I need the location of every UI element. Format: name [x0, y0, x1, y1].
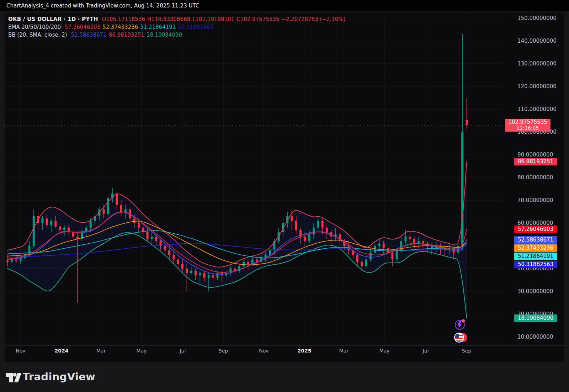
candle-body: [313, 228, 315, 234]
bb-values: 52.5863867186.9819325118.19084090: [71, 32, 184, 38]
lightning-event-icon[interactable]: [455, 319, 465, 330]
candle-body: [321, 221, 324, 228]
price-tick-label: 10.00000000: [517, 334, 553, 340]
candle-body: [181, 264, 184, 269]
time-tick-label: Sep: [462, 348, 471, 354]
time-axis[interactable]: Nov2024MarMayJulSepNov2025MarMayJulSep: [5, 345, 565, 362]
time-tick-label: Nov: [259, 348, 268, 354]
time-tick-label: Mar: [339, 348, 349, 354]
price-tick-label: 30.00000000: [517, 288, 553, 294]
ohlc-value: H114.83308668: [147, 16, 190, 22]
watermark-title: ChartAnalysis_4 created with TradingView…: [0, 0, 569, 11]
candle-body: [247, 262, 249, 264]
ema-indicator-label[interactable]: EMA 20/50/100/200: [8, 24, 61, 30]
candle-body: [195, 271, 197, 275]
candle-body: [164, 246, 166, 250]
ema-value: 57.26046903: [65, 24, 100, 30]
candle-body: [90, 221, 92, 228]
lightning-icon-part: [457, 321, 462, 329]
candle-body: [378, 244, 381, 246]
price-tick-label: 70.00000000: [517, 197, 553, 203]
candle-body: [409, 237, 411, 239]
price-tick-label: 130.00000000: [517, 61, 557, 67]
candle-body: [72, 232, 74, 237]
us-flag-event-icon[interactable]: [454, 333, 467, 342]
candle-body: [172, 255, 175, 260]
candlestick-chart[interactable]: [5, 12, 565, 362]
candle-body: [208, 275, 210, 277]
candle-body: [356, 255, 358, 262]
candle-body: [396, 250, 398, 260]
candle-body: [41, 218, 43, 223]
price-tick-label: 60.00000000: [517, 220, 553, 226]
candle-body: [304, 237, 306, 241]
candle-body: [461, 132, 463, 246]
time-tick-label: Nov: [16, 348, 25, 354]
candle-body: [33, 216, 35, 246]
candle-body: [50, 221, 52, 226]
bar-countdown: 12:36:05: [505, 125, 551, 131]
price-tick-label: 120.00000000: [517, 84, 557, 89]
candle-body: [466, 120, 468, 125]
price-axis[interactable]: 150.00000000140.00000000130.00000000120.…: [502, 12, 564, 351]
ohlc-value: O105.17118536: [102, 16, 145, 22]
candle-body: [212, 275, 214, 277]
bb-value: 18.19084090: [147, 32, 182, 38]
bb-indicator-label[interactable]: BB (20, SMA, close, 2): [8, 32, 67, 38]
candle-body: [243, 262, 245, 266]
candle-body: [133, 218, 135, 223]
candle-body: [151, 237, 153, 239]
candle-body: [138, 223, 140, 228]
candle-body: [291, 216, 293, 221]
candle-body: [216, 273, 218, 278]
ema-value: 51.21864191: [140, 24, 176, 30]
indicator-price-badge: 86.98193251: [514, 158, 557, 165]
footer-bar: TradingView: [0, 362, 569, 392]
candle-body: [295, 221, 297, 230]
time-tick-label: 2024: [55, 348, 69, 354]
candle-body: [361, 262, 363, 266]
candle-body: [107, 198, 109, 214]
lightning-icon-part: [462, 319, 465, 323]
bb-value: 52.58638671: [71, 32, 106, 38]
indicator-price-badge: 57.26046903: [514, 226, 557, 233]
current-price-value: 102.97575535: [505, 119, 551, 125]
tradingview-brand-text[interactable]: TradingView: [23, 371, 95, 383]
time-tick-label: Mar: [96, 348, 106, 354]
indicator-price-badge: 52.37433236: [514, 244, 557, 252]
time-tick-label: May: [379, 348, 390, 354]
candle-body: [46, 218, 48, 225]
candle-body: [147, 232, 149, 239]
candle-body: [317, 221, 319, 228]
ohlc-value: −2.20728783 (−2.10%): [281, 16, 345, 22]
symbol-title[interactable]: OKB / US DOLLAR · 1D · PYTH: [8, 16, 98, 22]
chart-legend: OKB / US DOLLAR · 1D · PYTH O105.1711853…: [8, 15, 350, 39]
candle-body: [15, 259, 17, 260]
ohlc-value: C102.97575535: [236, 16, 279, 22]
legend-bb-row: BB (20, SMA, close, 2) 52.5863867186.981…: [8, 31, 350, 39]
candle-body: [116, 194, 118, 205]
chart-pane[interactable]: OKB / US DOLLAR · 1D · PYTH O105.1711853…: [4, 12, 565, 362]
current-price-badge: 102.9757553512:36:05: [505, 119, 551, 132]
candle-body: [199, 273, 201, 275]
ema-values: 57.2604690352.3743323651.2186419150.3188…: [65, 24, 216, 30]
candle-body: [190, 271, 192, 273]
candle-body: [413, 239, 415, 244]
candle-body: [20, 258, 22, 260]
candle-body: [54, 221, 57, 227]
indicator-price-badge: 50.31882563: [514, 261, 557, 268]
price-tick-label: 80.00000000: [517, 175, 553, 180]
ema-value: 50.31882563: [178, 24, 213, 30]
candle-body: [103, 210, 105, 214]
time-tick-label: Jul: [180, 348, 186, 354]
candle-body: [59, 227, 61, 230]
tradingview-logo-icon[interactable]: [6, 370, 21, 384]
candle-body: [391, 253, 393, 259]
candle-body: [365, 259, 367, 266]
us-flag-icon-part: [454, 338, 464, 339]
time-tick-label: Sep: [219, 348, 228, 354]
candle-body: [265, 255, 267, 257]
candle-body: [6, 261, 9, 262]
candle-body: [120, 205, 122, 213]
ohlc-value: L101.19199101: [192, 16, 234, 22]
